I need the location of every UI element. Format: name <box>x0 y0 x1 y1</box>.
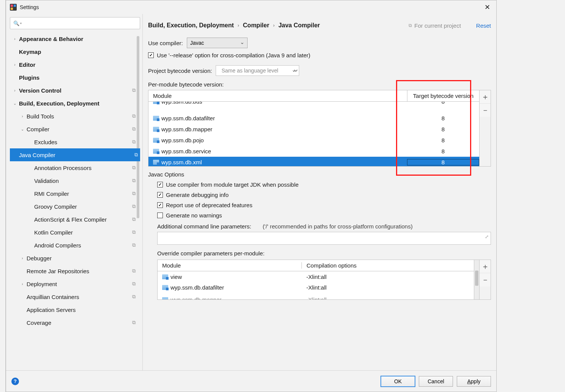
override-options-cell[interactable]: -Xlint:all <box>302 284 474 291</box>
target-bytecode-cell[interactable]: 8 <box>407 159 479 165</box>
sidebar-item-label: Debugger <box>25 255 52 261</box>
table-row[interactable]: wyp.ssm.db.bus8 <box>148 102 479 107</box>
help-button[interactable]: ? <box>11 378 19 385</box>
table-row[interactable]: wyp.ssm.db.mapper8 <box>148 124 479 135</box>
sidebar-item-rmi-compiler[interactable]: RMI Compiler⧉ <box>10 187 140 200</box>
sidebar-item-excludes[interactable]: Excludes⧉ <box>10 135 140 148</box>
sidebar-item-label: Deployment <box>25 281 57 287</box>
sidebar-item-appearance-behavior[interactable]: ›Appearance & Behavior <box>10 32 140 45</box>
sidebar-item-label: RMI Compiler <box>33 190 69 197</box>
table-row[interactable]: wyp.ssm.db.xml8 <box>148 157 479 166</box>
use-release-label: Use '--release' option for cross-compila… <box>157 52 310 58</box>
add-module-button[interactable]: ＋ <box>480 90 491 104</box>
sidebar-item-kotlin-compiler[interactable]: Kotlin Compiler⧉ <box>10 226 140 239</box>
sidebar-item-version-control[interactable]: ›Version Control⧉ <box>10 84 140 97</box>
project-bytecode-select[interactable]: Same as language level <box>216 65 299 76</box>
override-options-cell[interactable]: -Xlint:all <box>302 296 474 300</box>
override-scrollbar[interactable] <box>474 260 480 300</box>
javac-options-title: Javac Options <box>148 171 491 178</box>
sidebar-item-groovy-compiler[interactable]: Groovy Compiler⧉ <box>10 200 140 213</box>
sidebar-item-build-tools[interactable]: ›Build Tools⧉ <box>10 110 140 123</box>
background-app-strip <box>0 0 6 392</box>
chevron-icon: ⌄ <box>12 101 17 105</box>
sidebar-item-editor[interactable]: ›Editor <box>10 58 140 71</box>
apply-button[interactable]: Apply <box>457 376 491 387</box>
sidebar-item-arquillian-containers[interactable]: Arquillian Containers⧉ <box>10 290 140 303</box>
sidebar-item-validation[interactable]: Validation⧉ <box>10 174 140 187</box>
additional-params-input[interactable] <box>157 232 491 245</box>
override-module-name: wyp.ssm.db.mapper <box>170 296 221 300</box>
override-module-header: Module <box>158 262 302 269</box>
sidebar-item-label: Annotation Processors <box>33 165 92 171</box>
sidebar-item-build-execution-deployment[interactable]: ⌄Build, Execution, Deployment <box>10 97 140 110</box>
table-row[interactable]: view-Xlint:all <box>158 271 474 282</box>
sidebar-item-label: Java Compiler <box>17 152 55 158</box>
table-row[interactable]: wyp.ssm.db.mapper-Xlint:all <box>158 294 474 300</box>
sidebar-item-remote-jar-repositories[interactable]: Remote Jar Repositories⧉ <box>10 264 140 277</box>
target-bytecode-cell[interactable]: 8 <box>407 102 479 105</box>
sidebar-item-label: Arquillian Containers <box>25 294 79 300</box>
target-bytecode-cell[interactable]: 8 <box>407 148 479 154</box>
sidebar-item-label: Coverage <box>25 320 51 326</box>
module-table[interactable]: Module Target bytecode version wyp.ssm.d… <box>148 90 480 167</box>
chevron-icon: › <box>12 37 17 41</box>
close-button[interactable]: ✕ <box>482 2 492 12</box>
project-scope-icon: ⧉ <box>132 190 136 197</box>
sidebar-item-application-servers[interactable]: Application Servers <box>10 303 140 316</box>
app-icon <box>10 4 17 11</box>
use-compiler-select[interactable]: Javac <box>187 38 248 48</box>
use-release-checkbox[interactable] <box>148 52 154 58</box>
sidebar-item-deployment[interactable]: ›Deployment⧉ <box>10 277 140 290</box>
sidebar-item-label: Remote Jar Repositories <box>25 268 89 274</box>
sidebar-item-keymap[interactable]: Keymap <box>10 45 140 58</box>
project-scope-icon: ⧉ <box>132 320 136 326</box>
generate-debug-checkbox[interactable] <box>157 192 163 198</box>
target-bytecode-cell[interactable]: 8 <box>407 126 479 132</box>
sidebar-item-compiler[interactable]: ⌄Compiler⧉ <box>10 123 140 135</box>
no-warnings-checkbox[interactable] <box>157 213 163 218</box>
sidebar-item-coverage[interactable]: Coverage⧉ <box>10 316 140 329</box>
titlebar: Settings ✕ <box>6 0 496 14</box>
target-bytecode-cell[interactable]: 8 <box>407 137 479 143</box>
add-override-button[interactable]: ＋ <box>480 260 491 273</box>
remove-override-button[interactable]: － <box>480 273 491 287</box>
reset-link[interactable]: Reset <box>476 22 491 29</box>
expand-icon[interactable]: ⤢ <box>485 234 489 239</box>
svg-rect-1 <box>11 5 13 7</box>
sidebar-item-plugins[interactable]: Plugins <box>10 71 140 84</box>
search-input[interactable]: 🔍 ▾ <box>10 17 140 29</box>
remove-module-button[interactable]: － <box>480 104 491 117</box>
sidebar-item-java-compiler[interactable]: Java Compiler⧉ <box>10 148 140 161</box>
sidebar-item-label: Excludes <box>33 139 57 145</box>
sidebar-item-annotation-processors[interactable]: Annotation Processors⧉ <box>10 161 140 174</box>
table-row[interactable]: wyp.ssm.db.service8 <box>148 146 479 157</box>
module-icon <box>153 149 159 154</box>
table-row[interactable]: wyp.ssm.db.datafilter8 <box>148 113 479 124</box>
breadcrumb-item: Compiler <box>243 22 269 29</box>
sidebar-item-actionscript-flex-compiler[interactable]: ActionScript & Flex Compiler⧉ <box>10 213 140 226</box>
override-options-cell[interactable]: -Xlint:all <box>302 274 474 280</box>
target-bytecode-cell[interactable]: 8 <box>407 115 479 121</box>
table-row[interactable]: wyp.ssm.db.datafilter-Xlint:all <box>158 282 474 293</box>
report-deprecated-checkbox[interactable] <box>157 202 163 208</box>
project-scope-icon: ⧉ <box>132 294 136 300</box>
sidebar-item-label: Application Servers <box>25 307 76 313</box>
module-icon <box>162 274 168 279</box>
sidebar-item-android-compilers[interactable]: Android Compilers⧉ <box>10 239 140 252</box>
chevron-icon: › <box>20 114 25 118</box>
ok-button[interactable]: OK <box>381 376 415 387</box>
sidebar-item-debugger[interactable]: ›Debugger <box>10 252 140 264</box>
module-icon <box>153 160 159 165</box>
module-table-buttons: ＋ － <box>480 90 491 167</box>
override-table[interactable]: Module Compilation options view-Xlint:al… <box>157 260 474 300</box>
project-scope-icon: ⧉ <box>132 216 136 222</box>
override-options-header: Compilation options <box>302 262 474 269</box>
table-row[interactable]: wyp.ssm.db.pojo8 <box>148 135 479 146</box>
module-name: wyp.ssm.db.service <box>161 148 211 154</box>
override-table-buttons: ＋ － <box>480 260 491 300</box>
use-compiler-label: Use compiler: <box>148 40 183 46</box>
module-name: wyp.ssm.db.xml <box>161 159 202 165</box>
sidebar-item-label: Appearance & Behavior <box>17 36 83 42</box>
use-module-jdk-checkbox[interactable] <box>157 182 163 187</box>
cancel-button[interactable]: Cancel <box>419 376 453 387</box>
